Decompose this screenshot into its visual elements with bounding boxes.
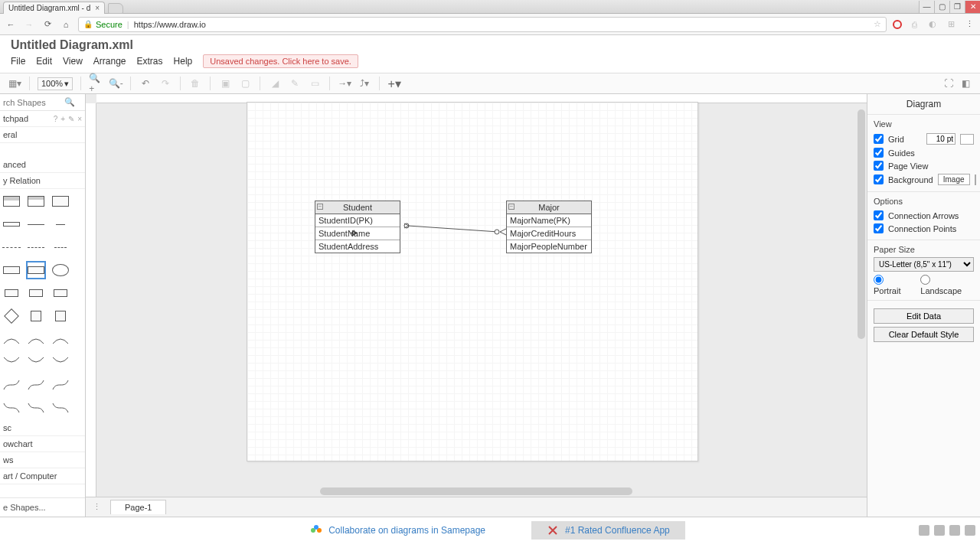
shape-dashline3[interactable]: [51, 238, 70, 256]
papersize-select[interactable]: US-Letter (8,5" x 11"): [874, 257, 974, 272]
minimize-button[interactable]: —: [919, 1, 934, 13]
section-misc[interactable]: sc: [0, 420, 85, 436]
entity-row[interactable]: MajorCreditHours: [507, 227, 591, 240]
opera-icon[interactable]: [893, 20, 902, 29]
new-tab-button[interactable]: [108, 3, 123, 14]
facebook-icon[interactable]: [934, 525, 945, 536]
help-icon[interactable]: ?: [54, 115, 58, 123]
portrait-option[interactable]: Portrait: [874, 275, 913, 295]
format-panel-toggle-icon[interactable]: ◧: [959, 77, 972, 90]
shape-weak2[interactable]: [51, 307, 70, 325]
shape-attr3[interactable]: [51, 284, 70, 302]
grid-color-swatch[interactable]: [960, 134, 974, 145]
edit-data-button[interactable]: Edit Data: [874, 308, 974, 324]
browser-tab[interactable]: Untitled Diagram.xml - d ×: [3, 2, 105, 14]
search-shapes-input[interactable]: [3, 98, 64, 107]
entity-row[interactable]: StudentID(PK): [315, 214, 400, 227]
shape-c12[interactable]: [51, 399, 70, 417]
shape-c1[interactable]: [2, 330, 21, 348]
section-advanced[interactable]: anced: [0, 143, 85, 173]
background-image-button[interactable]: Image: [938, 174, 970, 185]
reload-button[interactable]: ⟳: [41, 18, 54, 31]
youtube-icon[interactable]: [919, 525, 929, 536]
shape-c8[interactable]: [26, 376, 46, 394]
section-arrows[interactable]: ws: [0, 452, 85, 468]
browser-menu-icon[interactable]: ⋮: [963, 18, 975, 31]
more-shapes-button[interactable]: e Shapes...: [0, 497, 85, 517]
url-field[interactable]: 🔒Secure | https://www.draw.io ☆: [78, 17, 887, 32]
line-color-icon[interactable]: ✎: [288, 77, 302, 90]
zoom-in-icon[interactable]: 🔍+: [89, 77, 103, 90]
section-entity-relation[interactable]: y Relation: [0, 173, 85, 189]
collapse-icon[interactable]: −: [508, 204, 514, 210]
shape-row2[interactable]: [26, 215, 46, 233]
close-tab-icon[interactable]: ×: [95, 4, 100, 12]
entity-student-header[interactable]: − Student: [315, 201, 400, 214]
section-clipart[interactable]: art / Computer: [0, 468, 85, 484]
menu-help[interactable]: Help: [174, 56, 193, 67]
grid-checkbox[interactable]: [874, 134, 884, 144]
github-icon[interactable]: [965, 525, 975, 536]
unsaved-changes-button[interactable]: Unsaved changes. Click here to save.: [203, 54, 358, 68]
conn-points-checkbox[interactable]: [874, 223, 884, 233]
maximize-button[interactable]: ▢: [934, 1, 949, 13]
pageview-checkbox[interactable]: [874, 161, 884, 171]
section-general[interactable]: eral: [0, 127, 85, 143]
horizontal-scrollbar[interactable]: [320, 487, 632, 495]
zoom-level[interactable]: 100%▾: [38, 77, 73, 90]
shadow-icon[interactable]: ▭: [308, 77, 322, 90]
shape-table[interactable]: [2, 192, 21, 210]
undo-icon[interactable]: ↶: [139, 77, 152, 90]
restore-button[interactable]: ❐: [949, 1, 965, 13]
entity-row[interactable]: MajorPeopleNumber: [507, 240, 591, 253]
ext-icon-1[interactable]: ⎙: [908, 18, 920, 31]
relationship-line[interactable]: [400, 221, 508, 236]
delete-icon[interactable]: 🗑: [188, 77, 202, 90]
shape-c5[interactable]: [26, 353, 46, 371]
menu-view[interactable]: View: [63, 56, 83, 67]
canvas-page[interactable]: − Student StudentID(PK) StudentName ✥ St…: [247, 102, 698, 461]
redo-icon[interactable]: ↷: [158, 77, 172, 90]
ext-icon-2[interactable]: ◐: [926, 18, 939, 31]
menu-extras[interactable]: Extras: [137, 56, 163, 67]
insert-icon[interactable]: +▾: [387, 77, 401, 90]
shape-row[interactable]: [2, 215, 21, 233]
search-icon[interactable]: 🔍: [64, 97, 75, 107]
canvas[interactable]: − Student StudentID(PK) StudentName ✥ St…: [86, 94, 867, 517]
close-icon[interactable]: ×: [77, 115, 82, 123]
shape-table2[interactable]: [26, 192, 46, 210]
entity-major[interactable]: − Major MajorName(PK) MajorCreditHours M…: [506, 201, 592, 253]
scratchpad-section[interactable]: tchpad ? + ✎ ×: [0, 111, 85, 127]
shape-attr1[interactable]: [2, 284, 21, 302]
vertical-scrollbar[interactable]: [858, 109, 865, 339]
zoom-out-icon[interactable]: 🔍-: [109, 77, 122, 90]
shape-table3[interactable]: [51, 192, 70, 210]
conn-arrows-checkbox[interactable]: [874, 210, 884, 220]
portrait-radio[interactable]: [874, 275, 884, 285]
guides-checkbox[interactable]: [874, 148, 884, 158]
connection-icon[interactable]: →▾: [338, 77, 351, 90]
shape-rect-selected[interactable]: [26, 261, 46, 279]
shape-c2[interactable]: [26, 330, 46, 348]
shape-weak[interactable]: [26, 307, 46, 325]
clear-style-button[interactable]: Clear Default Style: [874, 327, 974, 342]
back-button[interactable]: ←: [5, 18, 17, 31]
edit-icon[interactable]: ✎: [68, 115, 74, 123]
fullscreen-icon[interactable]: ⛶: [942, 77, 956, 90]
shape-diamond[interactable]: [2, 307, 21, 325]
twitter-icon[interactable]: [949, 525, 960, 536]
entity-row[interactable]: StudentAddress: [315, 240, 400, 253]
shape-ellipse[interactable]: [51, 261, 70, 279]
page-tab-1[interactable]: Page-1: [110, 500, 166, 514]
background-checkbox[interactable]: [874, 174, 884, 184]
shape-dashline[interactable]: [2, 238, 21, 256]
add-icon[interactable]: +: [60, 115, 65, 123]
close-window-button[interactable]: ✕: [965, 1, 980, 13]
entity-row[interactable]: MajorName(PK): [507, 214, 591, 227]
ad-confluence[interactable]: #1 Rated Confluence App: [531, 521, 685, 540]
background-color-swatch[interactable]: [975, 174, 976, 185]
ext-icon-3[interactable]: ⊞: [945, 18, 957, 31]
view-dropdown[interactable]: ▦▾: [8, 77, 21, 90]
section-flowchart[interactable]: owchart: [0, 436, 85, 452]
shape-c4[interactable]: [2, 353, 21, 371]
